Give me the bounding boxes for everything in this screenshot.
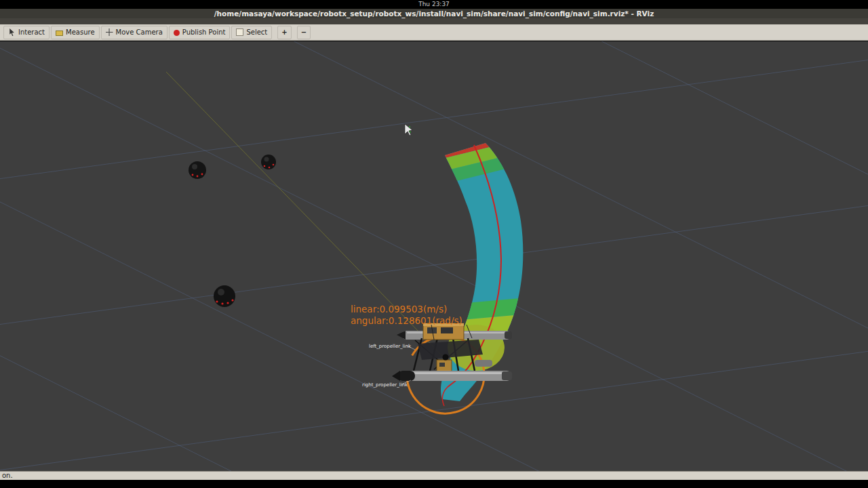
measure-tool-button[interactable]: Measure (51, 26, 100, 39)
select-tool-button[interactable]: Select (231, 26, 272, 39)
selection-box-icon (236, 28, 243, 36)
publish-point-tool-label: Publish Point (182, 28, 226, 36)
move-camera-tool-button[interactable]: Move Camera (101, 26, 167, 39)
ground-grid (0, 41, 868, 471)
point-icon (174, 30, 180, 36)
remove-tool-button[interactable]: − (297, 26, 311, 39)
buoy-spheres (189, 155, 276, 307)
angular-velocity-text: angular:0.128601(rad/s) (351, 315, 462, 326)
move-arrows-icon (106, 28, 113, 36)
window-title: /home/masaya/workspace/robotx_setup/robo… (0, 9, 868, 18)
status-bar: on. (0, 471, 868, 480)
window-chrome-strip (0, 18, 868, 24)
cursor-icon (8, 28, 16, 36)
add-tool-button[interactable]: + (277, 26, 291, 39)
publish-point-tool-button[interactable]: Publish Point (169, 26, 231, 39)
mouse-cursor (405, 124, 412, 136)
rviz-window: Thu 23:37 /home/masaya/workspace/robotx_… (0, 0, 868, 488)
tf-label-left: left_propeller_link (369, 344, 412, 349)
move-camera-tool-label: Move Camera (116, 28, 163, 36)
interact-tool-button[interactable]: Interact (3, 26, 50, 39)
status-text: on. (2, 472, 13, 479)
select-tool-label: Select (246, 28, 267, 36)
ruler-icon (56, 30, 63, 36)
3d-viewport[interactable]: left_propeller_link right_propeller_link… (0, 41, 868, 471)
letterbox-bottom (0, 480, 868, 488)
linear-velocity-text: linear:0.099503(m/s) (351, 304, 447, 314)
system-clock: Thu 23:37 (0, 0, 868, 9)
velocity-overlay: linear:0.099503(m/s) angular:0.128601(ra… (351, 304, 462, 326)
rviz-toolbar: Interact Measure Move Camera Publish Poi… (0, 24, 868, 41)
interact-tool-label: Interact (18, 28, 45, 36)
tf-label-right: right_propeller_link (362, 382, 408, 388)
measure-tool-label: Measure (66, 28, 95, 36)
